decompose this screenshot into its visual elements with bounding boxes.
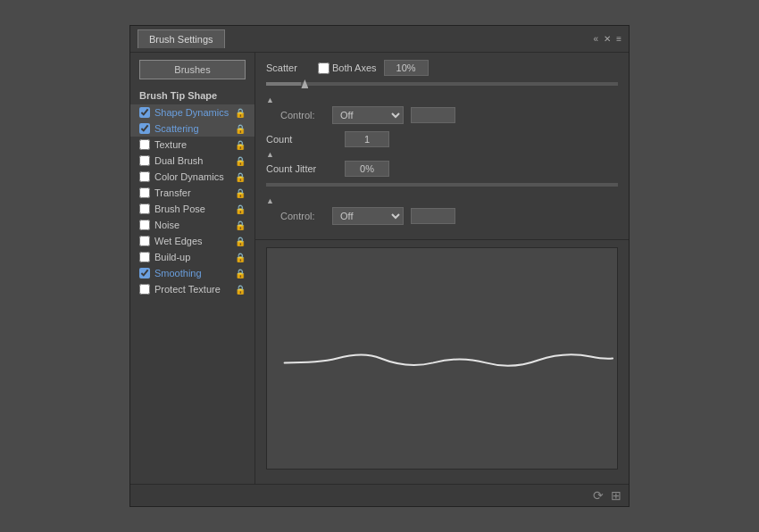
triangle-marker-2: ▲: [266, 151, 618, 159]
control-label-2: Control:: [280, 211, 325, 221]
scatter-value-input[interactable]: [384, 60, 429, 76]
scattering-lock-icon: 🔒: [235, 124, 246, 134]
brush-pose-checkbox[interactable]: [139, 204, 150, 214]
triangle-marker-3: ▲: [266, 197, 618, 205]
count-label: Count: [266, 134, 338, 145]
scattering-label: Scattering: [154, 123, 235, 134]
protect-texture-lock-icon: 🔒: [235, 285, 246, 295]
texture-lock-icon: 🔒: [235, 140, 246, 150]
control-input-2[interactable]: [411, 208, 455, 224]
grid-icon[interactable]: ⊞: [611, 488, 621, 503]
shape-dynamics-checkbox[interactable]: [139, 107, 150, 118]
preview-canvas: [266, 247, 618, 470]
scatter-slider-container: [266, 79, 618, 91]
smoothing-lock-icon: 🔒: [235, 269, 246, 278]
scattering-checkbox[interactable]: [139, 123, 150, 134]
texture-checkbox[interactable]: [139, 139, 150, 150]
count-jitter-input[interactable]: [345, 161, 389, 177]
preview-area: [255, 239, 629, 477]
shape-dynamics-lock-icon: 🔒: [235, 108, 246, 118]
shape-dynamics-label: Shape Dynamics: [154, 107, 235, 118]
brush-preview-svg: [267, 248, 617, 469]
noise-lock-icon: 🔒: [235, 220, 246, 230]
panel-tab[interactable]: Brush Settings: [138, 29, 225, 48]
scatter-label: Scatter: [266, 62, 311, 73]
sidebar-item-smoothing[interactable]: Smoothing 🔒: [130, 265, 254, 281]
wet-edges-lock-icon: 🔒: [235, 237, 246, 246]
control-input-1[interactable]: [411, 107, 455, 123]
close-icon[interactable]: ✕: [604, 34, 611, 44]
panel-body: Brushes Brush Tip Shape Shape Dynamics 🔒…: [130, 53, 629, 484]
sidebar-item-texture[interactable]: Texture 🔒: [130, 137, 254, 153]
sidebar-item-scattering[interactable]: Scattering 🔒: [130, 121, 254, 137]
double-arrow-icon[interactable]: «: [594, 34, 599, 44]
panel-controls: « ✕ ≡: [594, 34, 621, 44]
scatter-row: Scatter Both Axes: [266, 60, 618, 76]
sidebar-item-brush-pose[interactable]: Brush Pose 🔒: [130, 201, 254, 217]
transfer-label: Transfer: [154, 187, 235, 198]
protect-texture-checkbox[interactable]: [139, 284, 150, 295]
buildup-checkbox[interactable]: [139, 252, 150, 262]
dual-brush-lock-icon: 🔒: [235, 156, 246, 166]
scatter-slider-thumb[interactable]: [301, 79, 308, 88]
both-axes-group: Both Axes: [318, 62, 377, 74]
sidebar-item-buildup[interactable]: Build-up 🔒: [130, 249, 254, 265]
protect-texture-label: Protect Texture: [154, 284, 235, 295]
brush-tip-shape-label: Brush Tip Shape: [130, 87, 254, 104]
brush-pose-lock-icon: 🔒: [235, 204, 246, 214]
brushes-button[interactable]: Brushes: [139, 60, 246, 79]
menu-icon[interactable]: ≡: [616, 34, 621, 44]
count-row: Count: [266, 131, 618, 147]
count-jitter-slider-container: [266, 180, 618, 192]
transfer-lock-icon: 🔒: [235, 188, 246, 198]
sidebar-item-noise[interactable]: Noise 🔒: [130, 217, 254, 233]
buildup-label: Build-up: [154, 252, 235, 262]
control-select-1[interactable]: Off: [332, 106, 404, 124]
count-jitter-label: Count Jitter: [266, 163, 338, 174]
count-jitter-row: Count Jitter: [266, 161, 618, 177]
noise-checkbox[interactable]: [139, 220, 150, 230]
recycle-icon[interactable]: ⟳: [593, 488, 604, 503]
brush-settings-panel: Brush Settings « ✕ ≡ Brushes Brush Tip S…: [129, 25, 630, 507]
color-dynamics-lock-icon: 🔒: [235, 172, 246, 182]
control-row-2: Control: Off: [266, 207, 618, 225]
sidebar-item-dual-brush[interactable]: Dual Brush 🔒: [130, 153, 254, 169]
both-axes-checkbox[interactable]: [318, 62, 329, 74]
both-axes-label: Both Axes: [332, 62, 377, 73]
sidebar-item-protect-texture[interactable]: Protect Texture 🔒: [130, 281, 254, 297]
control-label-1: Control:: [280, 110, 325, 121]
scatter-slider[interactable]: [266, 82, 618, 86]
count-input[interactable]: [345, 131, 389, 147]
smoothing-checkbox[interactable]: [139, 268, 150, 278]
sidebar-item-transfer[interactable]: Transfer 🔒: [130, 185, 254, 201]
sidebar-item-color-dynamics[interactable]: Color Dynamics 🔒: [130, 169, 254, 185]
sidebar-item-wet-edges[interactable]: Wet Edges 🔒: [130, 233, 254, 249]
triangle-marker-1: ▲: [266, 96, 618, 104]
brush-pose-label: Brush Pose: [154, 204, 235, 214]
wet-edges-label: Wet Edges: [154, 236, 235, 246]
color-dynamics-checkbox[interactable]: [139, 171, 150, 182]
panel-footer: ⟳ ⊞: [130, 484, 629, 506]
transfer-checkbox[interactable]: [139, 187, 150, 198]
main-content: Scatter Both Axes ▲ Control: Off: [255, 53, 629, 484]
texture-label: Texture: [154, 139, 235, 150]
count-jitter-slider[interactable]: [266, 183, 618, 187]
dual-brush-label: Dual Brush: [154, 155, 235, 166]
buildup-lock-icon: 🔒: [235, 253, 246, 262]
sidebar: Brushes Brush Tip Shape Shape Dynamics 🔒…: [130, 53, 255, 484]
control-row-1: Control: Off: [266, 106, 618, 124]
control-select-2[interactable]: Off: [332, 207, 404, 225]
panel-titlebar: Brush Settings « ✕ ≡: [130, 26, 629, 53]
dual-brush-checkbox[interactable]: [139, 155, 150, 166]
wet-edges-checkbox[interactable]: [139, 236, 150, 246]
sidebar-item-shape-dynamics[interactable]: Shape Dynamics 🔒: [130, 104, 254, 121]
noise-label: Noise: [154, 220, 235, 230]
smoothing-label: Smoothing: [154, 268, 235, 278]
color-dynamics-label: Color Dynamics: [154, 171, 235, 182]
